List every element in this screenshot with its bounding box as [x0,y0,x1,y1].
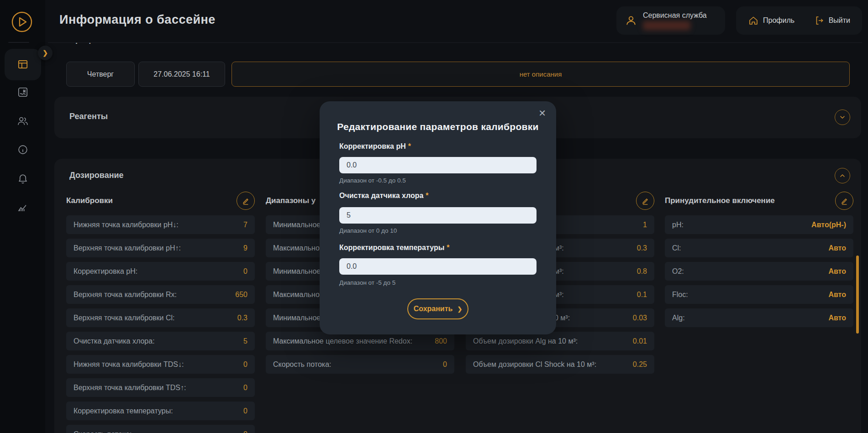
chlorine-sensor-cleaning-hint: Диапазон от 0 до 10 [339,227,397,234]
volumes-edit-button[interactable] [636,192,654,210]
vertical-scrollbar-thumb[interactable] [856,256,859,334]
ph-correction-hint: Диапазон от -0.5 до 0.5 [339,177,406,184]
calibrations-edit-button[interactable] [237,192,255,210]
description-field[interactable]: нет описания [231,62,850,87]
calibration-row: Верхняя точка калибровки pH↑:9 [66,239,255,257]
dosing-title: Дозирование [69,171,124,180]
forced-edit-button[interactable] [835,192,853,210]
logout-label: Выйти [829,16,850,25]
profile-label: Профиль [763,16,794,25]
ranges-title: Диапазоны у [266,196,316,205]
user-icon [625,14,637,27]
temperature-correction-hint: Диапазон от -5 до 5 [339,279,395,286]
required-asterisk: * [426,192,428,199]
app-window: Процесс Информация о бассейне Сервисная … [0,0,868,433]
required-asterisk: * [447,244,449,251]
chlorine-sensor-cleaning-label: Очистка датчика хлора* [339,192,429,200]
header-divider [48,42,862,43]
chevron-up-icon [839,172,846,179]
save-button[interactable]: Сохранить ❯ [407,298,468,319]
forced-row: O2:Авто [665,262,853,281]
house-icon [748,15,759,26]
pencil-icon [840,197,848,205]
ph-correction-input[interactable] [339,157,537,173]
forced-row: Floc:Авто [665,285,853,304]
calibration-row: Скорость потока:0 [66,425,255,433]
calibration-row: Нижняя точка калибровки pH↓:7 [66,215,255,234]
dosing-collapse-button[interactable] [835,168,850,183]
calibration-edit-dialog: ✕ Редактирование параметров калибровки К… [320,101,556,334]
user-role-label: Сервисная служба [643,11,707,20]
sidebar-item-users[interactable] [12,110,34,132]
description-placeholder: нет описания [520,70,562,78]
sidebar-divider [8,42,29,43]
logout-button[interactable]: Выйти [814,15,850,26]
sidebar-item-analytics[interactable] [12,196,34,218]
pencil-icon [641,197,649,205]
forced-row: Cl:Авто [665,239,853,257]
calibration-row: Очистка датчика хлора:5 [66,332,255,350]
temperature-correction-label: Корректировка температуры* [339,244,450,252]
sidebar-item-pool[interactable] [12,81,34,103]
ph-correction-label: Корректировка pH* [339,142,411,151]
sidebar [0,0,45,433]
pool-icon [17,86,29,98]
calibration-row: Верхняя точка калибровки Rx:650 [66,285,255,304]
forced-column: Принудительное включение pH:Авто(pH-) Cl… [665,189,853,327]
calibration-row: Корректировка температуры:0 [66,402,255,420]
datetime-box: 27.06.2025 16:11 [138,62,225,87]
header-nav: Профиль Выйти [736,6,862,35]
required-asterisk: * [408,142,411,150]
calibration-row: Корректировка pH:0 [66,262,255,281]
calibration-row: Нижняя точка калибровки TDS↓:0 [66,355,255,374]
weekday-box: Четверг [66,62,135,87]
pencil-icon [242,197,250,205]
sidebar-item-dashboard[interactable] [12,53,34,75]
range-row: Скорость потока:0 [266,355,454,374]
users-icon [17,115,29,127]
dialog-title: Редактирование параметров калибровки [320,121,556,132]
range-row: Максимальное целевое значение Redox:800 [266,332,454,350]
dashboard-icon [17,58,29,70]
user-name-redacted [643,21,690,30]
top-header: Информация о бассейне Сервисная служба П… [0,0,868,42]
reagents-title: Реагенты [69,112,108,121]
logout-icon [814,15,825,26]
user-chip[interactable]: Сервисная служба [616,6,725,35]
forced-row: Alg:Авто [665,308,853,327]
chevron-right-icon: ❯ [42,49,48,57]
forced-title: Принудительное включение [665,196,775,205]
close-icon[interactable]: ✕ [538,108,546,119]
bell-icon [17,172,29,184]
sidebar-item-notifications[interactable] [12,167,34,189]
app-logo-play-icon [11,11,33,33]
chlorine-sensor-cleaning-input[interactable] [339,207,537,224]
save-button-label: Сохранить [414,305,453,313]
sidebar-item-clock[interactable] [12,139,34,161]
calibration-row: Верхняя точка калибровки Cl:0.3 [66,308,255,327]
datetime-label: 27.06.2025 16:11 [153,70,210,78]
volume-row: Объем дозировки Alg на 10 м³:0.01 [466,332,654,350]
calibrations-title: Калибровки [66,196,113,205]
calibration-row: Верхняя точка калибровки TDS↑:0 [66,378,255,397]
profile-button[interactable]: Профиль [748,15,794,26]
chevron-right-icon: ❯ [457,306,462,313]
reagents-expand-button[interactable] [835,110,850,125]
sidebar-expand-button[interactable]: ❯ [38,46,53,60]
chart-icon [17,201,29,213]
clock-icon [17,144,29,156]
calibrations-column: Калибровки Нижняя точка калибровки pH↓:7… [66,189,255,433]
forced-row: pH:Авто(pH-) [665,215,853,234]
weekday-label: Четверг [87,70,114,78]
page-title: Информация о бассейне [59,13,216,27]
chevron-down-icon [839,114,846,121]
volume-row: Объем дозировки Cl Shock на 10 м³:0.25 [466,355,654,374]
temperature-correction-input[interactable] [339,258,537,275]
